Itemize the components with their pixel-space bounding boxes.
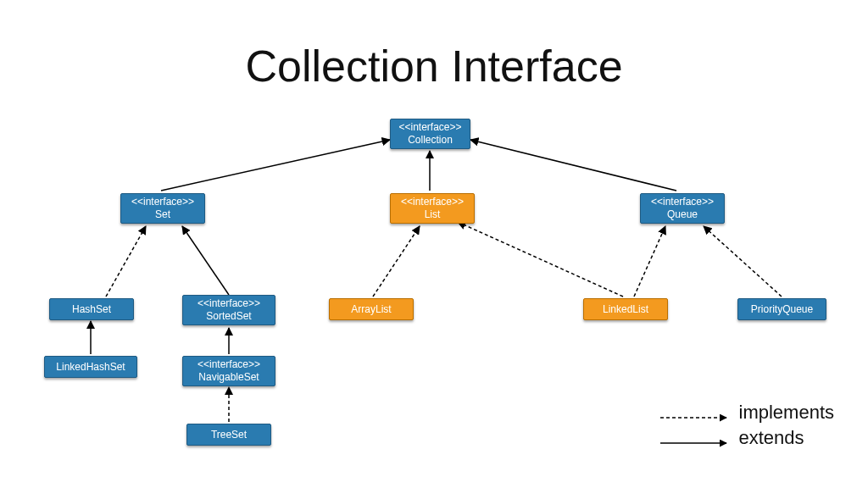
node-label: ArrayList xyxy=(351,303,391,316)
svg-line-0 xyxy=(161,140,390,191)
svg-line-10 xyxy=(704,226,782,297)
legend-extends-label: extends xyxy=(739,427,804,449)
node-navigableset: <<interface>>NavigableSet xyxy=(182,356,275,386)
node-label: NavigableSet xyxy=(198,371,259,383)
node-label: PriorityQueue xyxy=(751,303,813,316)
node-hashset: HashSet xyxy=(49,298,134,320)
stereotype-label: <<interface>> xyxy=(401,196,464,208)
node-label: LinkedHashSet xyxy=(56,361,125,374)
node-linkedhashset: LinkedHashSet xyxy=(44,356,137,378)
svg-line-3 xyxy=(182,226,229,295)
node-label: Collection xyxy=(408,134,453,146)
node-queue: <<interface>>Queue xyxy=(640,193,725,224)
legend-extends-row: extends xyxy=(659,427,834,449)
svg-line-2 xyxy=(470,140,676,191)
legend-implements-line xyxy=(659,407,731,419)
node-label: Set xyxy=(155,208,170,220)
svg-line-7 xyxy=(373,226,420,297)
node-label: LinkedList xyxy=(603,303,648,316)
node-arraylist: ArrayList xyxy=(329,298,414,320)
stereotype-label: <<interface>> xyxy=(131,196,194,208)
legend-implements-label: implements xyxy=(739,402,834,424)
stereotype-label: <<interface>> xyxy=(398,121,461,133)
stereotype-label: <<interface>> xyxy=(198,297,260,309)
stereotype-label: <<interface>> xyxy=(651,196,714,208)
svg-line-6 xyxy=(106,226,146,297)
node-treeset: TreeSet xyxy=(186,424,271,446)
svg-line-8 xyxy=(458,222,623,297)
svg-line-9 xyxy=(634,226,665,297)
node-label: Queue xyxy=(667,208,698,220)
node-label: TreeSet xyxy=(211,429,247,441)
node-set: <<interface>>Set xyxy=(120,193,205,224)
node-label: List xyxy=(425,208,441,220)
legend: implements extends xyxy=(659,402,834,452)
stereotype-label: <<interface>> xyxy=(198,358,260,370)
legend-implements-row: implements xyxy=(659,402,834,424)
node-label: SortedSet xyxy=(206,310,251,322)
node-priorityqueue: PriorityQueue xyxy=(737,298,826,320)
node-collection: <<interface>>Collection xyxy=(390,119,470,149)
node-sortedset: <<interface>>SortedSet xyxy=(182,295,275,325)
node-label: HashSet xyxy=(72,303,111,316)
diagram-title: Collection Interface xyxy=(0,41,868,92)
node-linkedlist: LinkedList xyxy=(583,298,668,320)
legend-extends-line xyxy=(659,432,731,444)
node-list: <<interface>>List xyxy=(390,193,475,224)
